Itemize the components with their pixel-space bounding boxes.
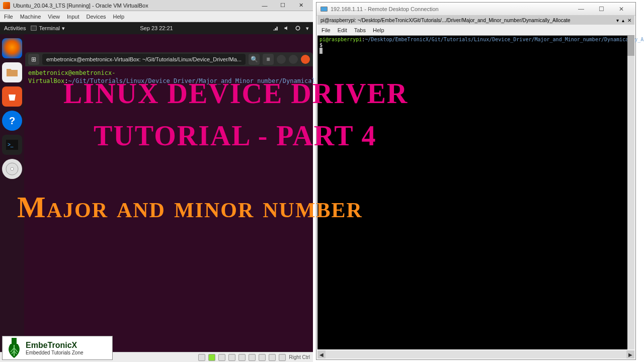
files-icon[interactable] [2,62,22,82]
current-app-menu[interactable]: Terminal ▾ [31,25,65,32]
terminal-minimize-button[interactable] [277,55,286,64]
close-button[interactable]: ✕ [292,1,310,10]
network-icon[interactable] [273,25,279,31]
firefox-icon[interactable] [2,38,22,58]
pi-remote-screen: pi@raspberrypi: ~/Desktop/EmbeTronicX/Gi… [317,16,634,349]
rdp-titlebar[interactable]: 192.168.1.11 - Remote Desktop Connection… [316,3,635,16]
host-key-label: Right Ctrl [289,354,310,360]
chevron-down-icon[interactable]: ▾ [306,25,309,32]
rdp-horizontal-scrollbar[interactable]: ◀ ▶ [317,350,634,358]
pi-prompt-user: pi@raspberrypi [319,37,362,42]
menu-devices[interactable]: Devices [86,14,106,20]
terminal-icon[interactable]: >_ [2,135,22,155]
disc-icon[interactable] [2,159,22,179]
terminal-close-button[interactable] [301,55,310,64]
maximize-button[interactable]: ☐ [274,1,292,10]
rdp-close-button[interactable]: ✕ [611,3,631,15]
statusbar-indicator[interactable] [218,354,225,361]
pi-menu-tabs[interactable]: Tabs [354,27,366,33]
terminal-search-button[interactable]: 🔍 [249,54,260,65]
scrollbar-thumb[interactable] [627,36,634,56]
menu-machine[interactable]: Machine [20,14,41,20]
terminal-new-tab-button[interactable]: ⊞ [28,54,39,65]
logo-subtitle: Embedded Tutorials Zone [26,350,84,355]
svg-point-1 [296,26,300,30]
pi-terminal-body[interactable]: pi@raspberrypi:~/Desktop/EmbeTronicX/Git… [317,36,634,55]
svg-text:>_: >_ [8,142,14,147]
rdp-window: 192.168.1.11 - Remote Desktop Connection… [316,2,636,360]
rdp-maximize-button[interactable]: ☐ [591,3,611,15]
menu-input[interactable]: Input [67,14,79,20]
volume-icon[interactable] [284,25,290,31]
terminal-tab-title[interactable]: embetronicx@embetronicx-VirtualBox: ~/Gi… [42,54,246,65]
help-icon[interactable]: ? [2,111,22,131]
menu-help[interactable]: Help [113,14,125,20]
chevron-down-icon: ▾ [62,25,65,32]
terminal-window-header[interactable]: ⊞ embetronicx@embetronicx-VirtualBox: ~/… [25,52,313,66]
statusbar-indicator[interactable] [238,354,246,361]
virtualbox-menubar: File Machine View Input Devices Help [0,11,313,22]
activities-button[interactable]: Activities [4,25,26,31]
pi-menu-help[interactable]: Help [373,27,384,33]
virtualbox-icon [3,2,10,9]
pi-prompt-symbol: $ [319,42,323,48]
rdp-icon [320,7,328,12]
rdp-minimize-button[interactable]: — [571,3,591,15]
menu-file[interactable]: File [4,14,13,20]
statusbar-indicator[interactable] [269,354,276,361]
virtualbox-titlebar[interactable]: Ubuntu_20.04.3_LTS [Running] - Oracle VM… [0,0,313,11]
rdp-title-text: 192.168.1.11 - Remote Desktop Connection [331,6,439,12]
statusbar-indicator[interactable] [208,354,215,361]
overlay-title-line3: Major and minor number [17,190,363,225]
virtualbox-title-text: Ubuntu_20.04.3_LTS [Running] - Oracle VM… [13,3,148,9]
scroll-left-button[interactable]: ◀ [317,350,326,358]
scroll-right-button[interactable]: ▶ [626,350,634,358]
pi-maximize-button[interactable]: ▴ [622,18,624,23]
svg-rect-0 [31,26,37,31]
logo-icon [7,338,22,358]
pi-vertical-scrollbar[interactable] [627,36,634,349]
logo-title: EmbeTronicX [26,341,84,350]
pi-cursor [319,48,323,54]
overlay-title-line1: LINUX DEVICE DRIVER [63,77,408,110]
statusbar-indicator[interactable] [249,354,256,361]
svg-rect-6 [12,338,17,344]
statusbar-indicator[interactable] [228,354,235,361]
ubuntu-topbar: Activities Terminal ▾ Sep 23 22:21 ▾ [0,22,313,34]
menu-view[interactable]: View [48,14,60,20]
svg-point-5 [11,167,14,170]
software-store-icon[interactable] [2,86,22,107]
embetronicx-logo: EmbeTronicX Embedded Tutorials Zone [2,336,113,360]
pi-terminal-menubar: File Edit Tabs Help [317,25,634,36]
terminal-maximize-button[interactable] [289,55,298,64]
statusbar-indicator[interactable] [198,354,205,361]
pi-window-title: pi@raspberrypi: ~/Desktop/EmbeTronicX/Gi… [320,18,571,23]
pi-menu-edit[interactable]: Edit [338,27,347,33]
power-icon[interactable] [295,25,301,31]
pi-prompt-path: ~/Desktop/EmbeTronicX/Git/Tutorials/Linu… [365,37,644,42]
minimize-button[interactable]: — [256,1,274,10]
topbar-datetime[interactable]: Sep 23 22:21 [140,25,173,31]
pi-close-button[interactable]: ✕ [627,18,631,23]
current-app-name: Terminal [39,25,60,31]
terminal-menu-button[interactable]: ≡ [263,54,274,65]
ubuntu-guest-screen: Activities Terminal ▾ Sep 23 22:21 ▾ [0,22,313,352]
pi-window-titlebar[interactable]: pi@raspberrypi: ~/Desktop/EmbeTronicX/Gi… [317,16,634,25]
pi-minimize-button[interactable]: ▾ [616,18,619,23]
statusbar-indicator[interactable] [279,354,286,361]
virtualbox-window: Ubuntu_20.04.3_LTS [Running] - Oracle VM… [0,0,313,362]
statusbar-indicator[interactable] [259,354,266,361]
pi-menu-file[interactable]: File [321,27,331,33]
overlay-title-line2: TUTORIAL - PART 4 [94,120,377,152]
